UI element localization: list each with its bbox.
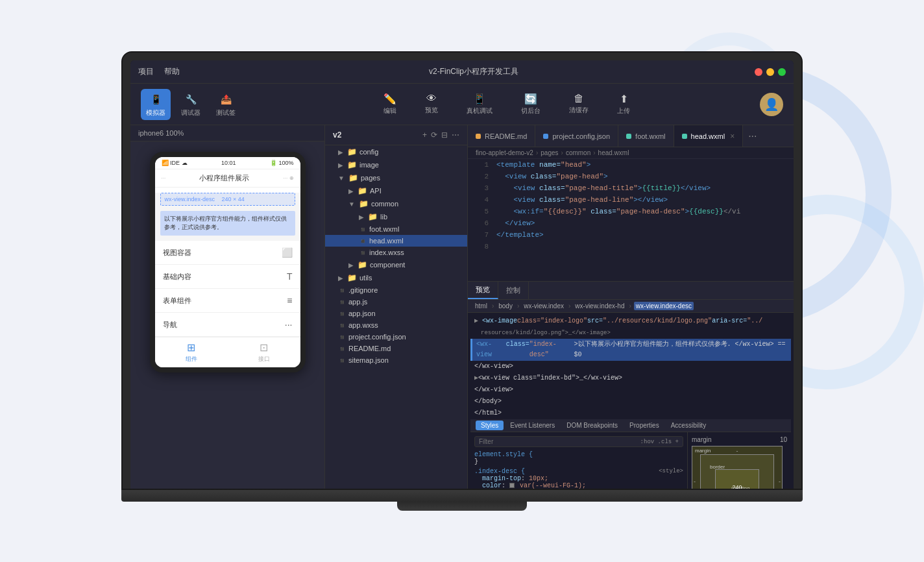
phone-menu-item-3[interactable]: 导航 ··· bbox=[155, 313, 300, 337]
menu-help[interactable]: 帮助 bbox=[164, 66, 180, 77]
clear-cache-action[interactable]: 🗑 清缓存 bbox=[563, 90, 595, 118]
file-more-icon[interactable]: ⋯ bbox=[452, 130, 459, 140]
tab-label-foot: foot.wxml bbox=[635, 132, 665, 140]
elem-html[interactable]: html bbox=[473, 302, 489, 310]
tree-item-label: config bbox=[359, 148, 378, 156]
upload-action[interactable]: ⬆ 上传 bbox=[611, 90, 637, 118]
breadcrumb-root[interactable]: fino-applet-demo-v2 bbox=[476, 149, 533, 156]
minimize-button[interactable] bbox=[766, 68, 774, 76]
user-avatar[interactable]: 👤 bbox=[760, 93, 783, 116]
nav-component-icon: ⊞ bbox=[187, 341, 195, 354]
menu-item-label-1: 基础内容 bbox=[163, 272, 191, 282]
tree-component[interactable]: ▶ 📁 component bbox=[325, 258, 467, 271]
tab-project-config[interactable]: project.config.json bbox=[535, 125, 618, 147]
tab-readme[interactable]: README.md bbox=[468, 125, 535, 147]
toolbar-debugger-btn[interactable]: 🔧 调试器 bbox=[176, 89, 206, 120]
tree-sitemap[interactable]: ◾ sitemap.json bbox=[325, 354, 467, 366]
tree-project-config[interactable]: ◾ project.config.json bbox=[325, 331, 467, 343]
tree-config[interactable]: ▶ 📁 config bbox=[325, 145, 467, 158]
event-listeners-tab[interactable]: Event Listeners bbox=[505, 421, 560, 430]
properties-tab[interactable]: Properties bbox=[624, 421, 664, 430]
lower-tab-preview[interactable]: 预览 bbox=[468, 282, 498, 299]
wxss-file-icon: ◾ bbox=[338, 322, 346, 329]
menu-bar: 项目 帮助 bbox=[138, 66, 180, 77]
tab-icon-head bbox=[682, 134, 687, 139]
elem-body[interactable]: body bbox=[496, 302, 515, 310]
tree-foot-wxml[interactable]: ◾ foot.wxml bbox=[325, 223, 467, 235]
real-device-action[interactable]: 📱 真机调试 bbox=[460, 90, 499, 118]
lower-tab-console[interactable]: 控制 bbox=[498, 282, 529, 299]
html-line-7: </body> bbox=[470, 396, 791, 408]
tree-readme[interactable]: ◾ README.md bbox=[325, 343, 467, 354]
tab-label-config: project.config.json bbox=[552, 132, 610, 140]
tree-gitignore[interactable]: ◾ .gitignore bbox=[325, 284, 467, 296]
tree-app-wxss[interactable]: ◾ app.wxss bbox=[325, 319, 467, 331]
nav-component[interactable]: ⊞ 组件 bbox=[155, 341, 228, 363]
box-model-margin-val: 10 bbox=[780, 436, 787, 443]
elem-wx-view-index[interactable]: wx-view.index bbox=[522, 302, 566, 310]
app-screen: 项目 帮助 v2-FinClip小程序开发工具 📱 bbox=[130, 60, 794, 489]
phone-menu-item-0[interactable]: 视图容器 ⬜ bbox=[155, 241, 300, 265]
code-editor[interactable]: 1 <template name="head"> 2 <view class="… bbox=[468, 159, 794, 281]
styles-tab[interactable]: Styles bbox=[476, 421, 504, 430]
filter-hints: :hov .cls + bbox=[640, 439, 679, 445]
tree-app-json[interactable]: ◾ app.json bbox=[325, 308, 467, 319]
inspector-tabs: Styles Event Listeners DOM Breakpoints P… bbox=[470, 419, 791, 432]
phone-menu-item-2[interactable]: 表单组件 ≡ bbox=[155, 289, 300, 313]
toolbar-center: ✏️ 编辑 👁 预览 📱 真机调试 🔄 切 bbox=[254, 90, 760, 118]
accessibility-tab[interactable]: Accessibility bbox=[666, 421, 711, 430]
tree-pages[interactable]: ▼ 📁 pages bbox=[325, 171, 467, 184]
phone-menu-list: 视图容器 ⬜ 基础内容 T 表单组件 bbox=[155, 241, 300, 337]
tree-common[interactable]: ▼ 📁 common bbox=[325, 197, 467, 210]
tab-head-wxml[interactable]: head.wxml × bbox=[674, 125, 744, 147]
file-collapse-icon[interactable]: ⊟ bbox=[441, 130, 448, 140]
real-device-icon: 📱 bbox=[473, 93, 486, 105]
tree-head-wxml[interactable]: ◾ head.wxml bbox=[325, 235, 467, 247]
elem-wx-view-index-hd[interactable]: wx-view.index-hd bbox=[573, 302, 626, 310]
html-preview-content: ▶ <wx-image class="index-logo" src="../r… bbox=[470, 315, 791, 419]
file-new-icon[interactable]: + bbox=[422, 130, 427, 140]
tree-app-js[interactable]: ◾ app.js bbox=[325, 296, 467, 308]
tree-lib[interactable]: ▶ 📁 lib bbox=[325, 210, 467, 223]
menu-project[interactable]: 项目 bbox=[138, 66, 154, 77]
elem-wx-view-index-desc[interactable]: wx-view.index-desc bbox=[634, 302, 694, 310]
file-refresh-icon[interactable]: ⟳ bbox=[431, 130, 437, 140]
html-line-3[interactable]: <wx-view class="index-desc">以下将展示小程序官方组件… bbox=[470, 339, 791, 361]
tree-index-wxss[interactable]: ◾ index.wxss bbox=[325, 247, 467, 258]
dom-breakpoints-tab[interactable]: DOM Breakpoints bbox=[561, 421, 623, 430]
close-button[interactable] bbox=[755, 68, 762, 76]
breadcrumb-common[interactable]: common bbox=[566, 149, 590, 156]
toolbar-test-btn[interactable]: 📤 测试签 bbox=[211, 89, 241, 120]
tree-item-label: API bbox=[370, 187, 382, 195]
tab-more-button[interactable]: ··· bbox=[743, 130, 762, 142]
preview-action[interactable]: 👁 预览 bbox=[419, 90, 444, 118]
tree-image[interactable]: ▶ 📁 image bbox=[325, 158, 467, 171]
toolbar-simulator-btn[interactable]: 📱 模拟器 bbox=[141, 89, 171, 120]
code-line-1: 1 <template name="head"> bbox=[468, 159, 794, 171]
phone-frame: 📶 IDE ☁ 10:01 🔋 100% ··· 小程序组件展示 ··· ⊕ bbox=[150, 152, 306, 373]
menu-item-label-2: 表单组件 bbox=[163, 296, 191, 306]
breadcrumb-pages[interactable]: pages bbox=[541, 149, 558, 156]
breadcrumb-file[interactable]: head.wxml bbox=[598, 149, 629, 156]
tab-close-icon[interactable]: × bbox=[730, 132, 735, 141]
tree-utils[interactable]: ▶ 📁 utils bbox=[325, 271, 467, 284]
line-number: 6 bbox=[473, 217, 489, 229]
maximize-button[interactable] bbox=[778, 68, 786, 76]
test-label: 测试签 bbox=[216, 108, 236, 117]
tab-foot-wxml[interactable]: foot.wxml bbox=[618, 125, 674, 147]
background-action[interactable]: 🔄 切后台 bbox=[515, 90, 547, 118]
tree-api[interactable]: ▶ 📁 API bbox=[325, 184, 467, 197]
nav-interface[interactable]: ⊡ 接口 bbox=[228, 341, 300, 363]
tree-item-label: pages bbox=[361, 174, 380, 182]
tree-item-label: utils bbox=[359, 274, 372, 282]
phone-content: wx-view.index-desc 240 × 44 以下将展示小程序官方组件… bbox=[155, 193, 300, 337]
chevron-right-icon: ▶ bbox=[338, 149, 343, 156]
styles-filter-input[interactable] bbox=[479, 438, 635, 445]
html-line-8: </html> bbox=[470, 408, 791, 419]
edit-action[interactable]: ✏️ 编辑 bbox=[377, 90, 403, 118]
phone-menu-item-1[interactable]: 基础内容 T bbox=[155, 265, 300, 289]
upload-icon: ⬆ bbox=[620, 93, 628, 105]
menu-item-label-0: 视图容器 bbox=[163, 248, 191, 258]
device-header: iphone6 100% bbox=[130, 125, 324, 141]
toolbar-right: 👤 bbox=[760, 93, 783, 116]
